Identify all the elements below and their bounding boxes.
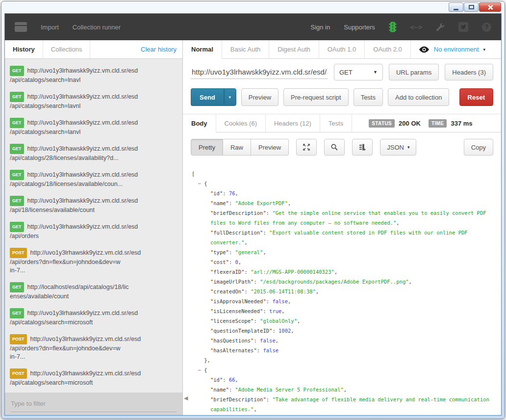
tab-normal[interactable]: Normal [183, 40, 222, 59]
history-url: http://uvo1y3lrhawskk9yizz.vm.cld.sr/esd [27, 223, 138, 230]
environment-selector[interactable]: No environment [434, 46, 479, 53]
send-options-button[interactable]: ▼ [224, 88, 236, 106]
history-item[interactable]: GEThttp://uvo1y3lrhawskk9yizz.vm.cld.sr/… [10, 66, 177, 84]
history-url: /api/catalogs/search=microsoft [10, 379, 177, 387]
method-badge: GET [10, 196, 24, 206]
method-badge: GET [10, 222, 24, 232]
sidebar-collapse-icon[interactable]: ◀ [184, 395, 188, 401]
supporters-button[interactable]: Supporters [344, 24, 375, 31]
maximize-button[interactable] [464, 2, 479, 12]
json-line: "imageUrlPath": "/esd/backgrounds/packag… [192, 277, 498, 287]
clear-history-link[interactable]: Clear history [141, 40, 182, 58]
search-button[interactable] [324, 139, 345, 156]
preview-button[interactable]: Preview [241, 88, 278, 106]
tests-button[interactable]: Tests [354, 88, 383, 106]
window-titlebar[interactable] [1, 1, 505, 13]
history-url: enses/available/count [10, 292, 177, 301]
history-url: /api/catalogs/search=lavnl [10, 102, 177, 110]
json-line: "name": "Adobe Media Server 5 Profession… [192, 385, 498, 394]
time-value: 337 ms [451, 120, 472, 127]
history-item[interactable]: GEThttp://uvo1y3lrhawskk9yizz.vm.cld.sr/… [10, 222, 177, 240]
tab-oauth1[interactable]: OAuth 1.0 [319, 40, 365, 58]
json-line: "briefDescription": "Take advantage of f… [192, 394, 498, 404]
tab-collections[interactable]: Collections [43, 40, 91, 58]
headers-button[interactable]: Headers (3) [445, 64, 493, 80]
prerequest-script-button[interactable]: Pre-request script [283, 88, 349, 106]
method-badge: POST [10, 248, 27, 258]
format-button[interactable] [352, 139, 373, 156]
tab-digest-auth[interactable]: Digest Auth [269, 40, 319, 58]
collection-runner-button[interactable]: Collection runner [73, 24, 121, 31]
history-item[interactable]: GEThttp://uvo1y3lrhawskk9yizz.vm.cld.sr/… [10, 170, 177, 188]
method-badge: GET [10, 170, 24, 180]
minimize-button[interactable] [449, 2, 463, 12]
method-badge: POST [10, 368, 27, 379]
import-button[interactable]: Import [41, 24, 59, 31]
select-caret-icon: ▼ [373, 70, 378, 75]
close-button[interactable] [479, 2, 501, 12]
raw-button[interactable]: Raw [223, 139, 251, 156]
json-line: "isApprovalNeeded": false, [192, 296, 498, 306]
wrench-icon[interactable] [435, 23, 445, 32]
twitter-icon[interactable] [458, 22, 468, 32]
code-icon[interactable]: <···> [410, 24, 422, 31]
collections-drawer-icon[interactable] [15, 22, 27, 32]
tab-body[interactable]: Body [183, 114, 216, 132]
method-badge: GET [10, 92, 24, 102]
json-line: "fullDescription": "Export valuable cont… [192, 228, 498, 237]
method-badge: GET [10, 282, 24, 292]
json-line: "flexeraID": "arl://MGS-APP-00000140323"… [192, 267, 498, 277]
expand-icon [303, 143, 310, 151]
history-item[interactable]: POSThttp://uvo1y3lrhawskk9yizz.vm.cld.sr… [10, 248, 177, 275]
pretty-button[interactable]: Pretty [191, 139, 223, 156]
history-item[interactable]: GEThttp://uvo1y3lrhawskk9yizz.vm.cld.sr/… [10, 196, 177, 214]
indent-icon [358, 143, 366, 151]
tab-resp-tests[interactable]: Tests [320, 114, 352, 132]
json-line: "id": 66, [192, 375, 498, 385]
history-item[interactable]: GEThttp://uvo1y3lrhawskk9yizz.vm.cld.sr/… [10, 118, 177, 136]
maximize-icon [469, 5, 474, 9]
json-line: "createdOn": "2015-06-14T11:08:38", [192, 287, 498, 296]
json-line: "questionTemplateID": 1002, [192, 326, 498, 336]
reset-button[interactable]: Reset [459, 88, 493, 106]
history-url: /api/orders?dn=flex&un=johndoe&dev=w [10, 344, 177, 353]
tab-cookies[interactable]: Cookies (6) [216, 114, 266, 132]
traffic-light-icon[interactable] [389, 22, 397, 32]
history-url: /api/catalogs/18/licenses/available/coun… [10, 180, 177, 188]
history-url: /api/catalogs/search=microsoft [10, 318, 177, 327]
response-body[interactable]: [ − { "id": 76, "name": "Adobe ExportPDF… [183, 162, 501, 415]
expand-button[interactable] [296, 139, 317, 156]
history-item[interactable]: POSThttp://uvo1y3lrhawskk9yizz.vm.cld.sr… [10, 334, 177, 361]
history-item[interactable]: GEThttp://uvo1y3lrhawskk9yizz.vm.cld.sr/… [10, 92, 177, 110]
add-to-collection-button[interactable]: Add to collection [388, 88, 449, 106]
help-icon[interactable]: ? [482, 23, 491, 32]
sign-in-button[interactable]: Sign in [310, 24, 330, 31]
app-content: Import Collection runner Sign in Support… [4, 13, 502, 416]
tab-history[interactable]: History [5, 40, 43, 58]
history-item[interactable]: GEThttp://uvo1y3lrhawskk9yizz.vm.cld.sr/… [10, 144, 177, 162]
history-item[interactable]: POSThttp://uvo1y3lrhawskk9yizz.vm.cld.sr… [10, 368, 177, 387]
send-button[interactable]: Send [191, 88, 224, 106]
url-input[interactable] [191, 65, 328, 79]
format-value: JSON [387, 144, 404, 151]
method-badge: GET [10, 118, 24, 128]
history-item[interactable]: GEThttp://uvo1y3lrhawskk9yizz.vm.cld.sr/… [10, 308, 177, 327]
response-tabs: Body Cookies (6) Headers (12) Tests STAT… [183, 114, 501, 132]
format-select[interactable]: JSON ▾ [380, 139, 416, 156]
tab-resp-headers[interactable]: Headers (12) [266, 114, 320, 132]
tab-oauth2[interactable]: OAuth 2.0 [365, 40, 411, 58]
preview-view-button[interactable]: Preview [251, 139, 289, 156]
history-item[interactable]: GEThttp://localhost/esd/api/catalogs/18/… [10, 282, 177, 301]
url-params-button[interactable]: URL params [389, 64, 439, 80]
filter-input[interactable] [11, 395, 177, 412]
eye-icon[interactable] [419, 46, 430, 53]
close-icon [487, 4, 494, 11]
history-url: http://uvo1y3lrhawskk9yizz.vm.cld.sr/esd [27, 197, 138, 204]
method-select[interactable]: GET ▼ [334, 64, 383, 80]
history-url: /api/catalogs/search=lnavl [10, 76, 177, 84]
method-badge: GET [10, 144, 24, 154]
json-line: "name": "Adobe ExportPDF", [192, 198, 498, 208]
time-badge: TIME [429, 119, 447, 128]
copy-button[interactable]: Copy [464, 139, 493, 156]
tab-basic-auth[interactable]: Basic Auth [222, 40, 269, 58]
